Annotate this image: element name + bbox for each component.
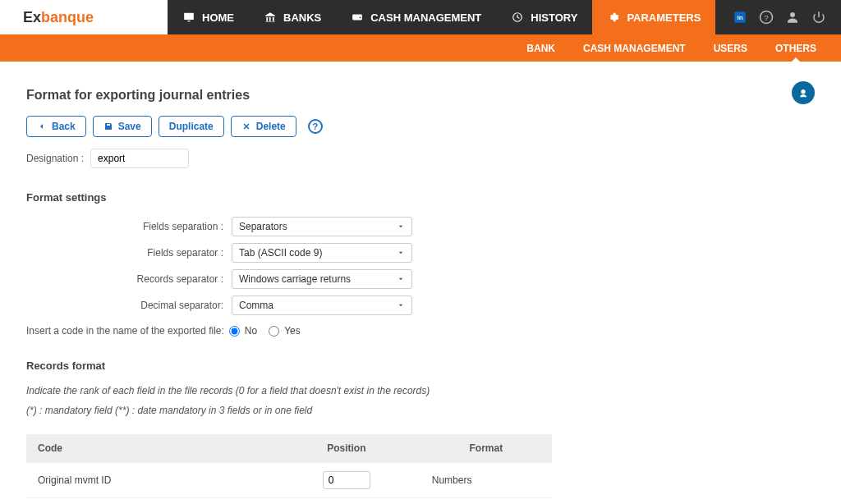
fields-separation-select[interactable]: Separators [232,217,412,236]
insert-code-no-radio[interactable] [229,326,240,337]
svg-point-8 [801,89,805,94]
fields-separator-label: Fields separator : [26,247,232,259]
fields-separation-label: Fields separation : [26,221,232,232]
decimal-separator-select[interactable]: Comma [232,296,412,315]
nav-cash-management[interactable]: CASH MANAGEMENT [336,0,496,34]
help-button[interactable]: ? [308,119,323,134]
duplicate-button[interactable]: Duplicate [159,116,224,137]
user-icon[interactable] [785,10,800,25]
designation-label: Designation : [26,153,84,164]
cell-code: Original mvmt ID [26,463,273,498]
table-row: Company Text [26,498,552,505]
th-position: Position [273,434,420,463]
monitor-icon [182,11,195,23]
chevron-down-icon [397,275,405,283]
wallet-icon [351,11,364,23]
logo-suffix: banque [41,9,94,25]
insert-code-no-label: No [245,325,257,337]
save-button[interactable]: Save [93,116,152,137]
chevron-down-icon [397,301,405,309]
chevron-down-icon [397,222,405,231]
th-format: Format [420,434,552,463]
nav-history[interactable]: HISTORY [496,0,592,34]
insert-code-label: Insert a code in the name of the exporte… [26,325,229,337]
subnav-bank[interactable]: BANK [526,43,555,54]
subnav-cash-management[interactable]: CASH MANAGEMENT [583,43,686,54]
support-avatar[interactable] [792,81,815,104]
delete-button[interactable]: Delete [231,116,296,137]
records-separator-select[interactable]: Windows carriage returns [232,269,412,289]
insert-code-yes-radio[interactable] [269,326,279,337]
th-code: Code [26,434,273,463]
subnav-users[interactable]: USERS [714,43,747,54]
instruction-rank: Indicate the rank of each field in the f… [26,385,815,396]
subnav-others[interactable]: OTHERS [775,43,816,54]
chevron-down-icon [397,249,405,257]
arrow-left-icon [37,121,47,131]
records-format-title: Records format [26,360,815,372]
instruction-mandatory: (*) : mandatory field (**) : date mandat… [26,405,815,416]
insert-code-yes-label: Yes [284,325,301,337]
svg-point-7 [790,12,795,17]
logo[interactable]: Exbanque [0,0,168,34]
page-title: Format for exporting journal entries [26,88,815,103]
table-row: Original mvmt ID Numbers [26,463,552,498]
clock-icon [511,11,524,23]
headset-icon [797,86,810,99]
format-settings-title: Format settings [26,191,815,204]
nav-parameters[interactable]: PARAMETERS [592,0,715,34]
logo-prefix: Ex [23,9,41,25]
svg-text:?: ? [764,13,769,22]
fields-separator-select[interactable]: Tab (ASCII code 9) [232,243,412,263]
close-icon [241,121,251,131]
linkedin-icon[interactable]: in [733,10,747,25]
power-icon[interactable] [811,10,826,25]
svg-rect-0 [184,13,194,20]
svg-text:in: in [737,14,742,21]
cell-code: Company [26,498,273,505]
nav-home[interactable]: HOME [168,0,249,34]
designation-input[interactable] [90,149,189,168]
position-input[interactable] [323,471,370,489]
help-icon[interactable]: ? [759,10,774,25]
svg-rect-1 [187,21,191,21]
decimal-separator-label: Decimal separator: [26,300,232,311]
cell-format: Text [420,498,552,505]
gear-icon [607,11,620,23]
records-separator-label: Records separator : [26,273,232,285]
save-icon [103,121,113,131]
nav-banks[interactable]: BANKS [249,0,336,34]
bank-icon [264,11,277,23]
back-button[interactable]: Back [26,116,86,137]
cell-format: Numbers [420,463,552,498]
